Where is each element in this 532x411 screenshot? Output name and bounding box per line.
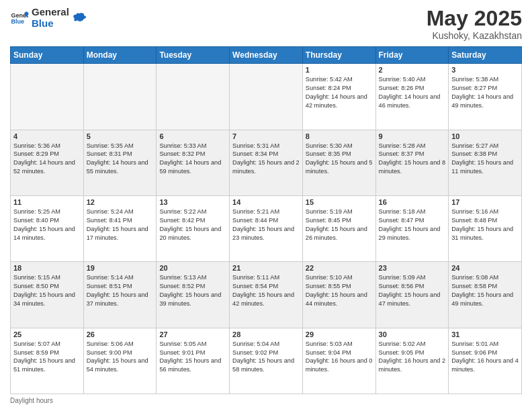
day-number: 15 [306,198,373,206]
calendar-cell: 18Sunrise: 5:15 AM Sunset: 8:50 PM Dayli… [11,262,84,328]
day-info: Sunrise: 5:35 AM Sunset: 8:31 PM Dayligh… [87,142,154,177]
day-number: 6 [159,132,226,140]
day-number: 3 [451,66,519,74]
calendar-cell: 24Sunrise: 5:08 AM Sunset: 8:58 PM Dayli… [449,262,522,328]
logo-icon: General Blue [10,9,29,28]
day-info: Sunrise: 5:21 AM Sunset: 8:44 PM Dayligh… [232,208,300,242]
day-number: 20 [159,264,226,272]
weekday-header-monday: Monday [83,47,157,64]
calendar-cell: 25Sunrise: 5:07 AM Sunset: 8:59 PM Dayli… [11,328,84,394]
day-number: 21 [232,264,300,272]
day-info: Sunrise: 5:27 AM Sunset: 8:38 PM Dayligh… [451,142,519,177]
day-info: Sunrise: 5:16 AM Sunset: 8:48 PM Dayligh… [451,208,519,242]
day-info: Sunrise: 5:24 AM Sunset: 8:41 PM Dayligh… [87,208,154,242]
day-number: 19 [87,264,154,272]
calendar-cell: 28Sunrise: 5:04 AM Sunset: 9:02 PM Dayli… [230,328,303,394]
weekday-header-sunday: Sunday [11,47,84,64]
day-info: Sunrise: 5:33 AM Sunset: 8:32 PM Dayligh… [159,142,226,177]
calendar-table: SundayMondayTuesdayWednesdayThursdayFrid… [10,46,522,394]
day-info: Sunrise: 5:06 AM Sunset: 9:00 PM Dayligh… [87,340,154,375]
logo-general: General [32,7,69,18]
day-number: 9 [379,132,446,140]
day-number: 25 [13,330,81,338]
calendar-cell: 3Sunrise: 5:38 AM Sunset: 8:27 PM Daylig… [449,64,522,130]
calendar-cell: 30Sunrise: 5:02 AM Sunset: 9:05 PM Dayli… [375,328,449,394]
day-number: 26 [87,330,154,338]
day-number: 30 [379,330,446,338]
calendar-cell: 1Sunrise: 5:42 AM Sunset: 8:24 PM Daylig… [302,64,375,130]
calendar-cell [157,64,230,130]
calendar-cell: 19Sunrise: 5:14 AM Sunset: 8:51 PM Dayli… [83,262,157,328]
day-info: Sunrise: 5:10 AM Sunset: 8:55 PM Dayligh… [306,273,373,308]
day-info: Sunrise: 5:31 AM Sunset: 8:34 PM Dayligh… [232,142,300,177]
weekday-header-friday: Friday [375,47,449,64]
week-row-5: 25Sunrise: 5:07 AM Sunset: 8:59 PM Dayli… [11,328,522,394]
week-row-3: 11Sunrise: 5:25 AM Sunset: 8:40 PM Dayli… [11,195,522,261]
day-number: 22 [306,264,373,272]
day-info: Sunrise: 5:40 AM Sunset: 8:26 PM Dayligh… [379,75,446,110]
day-number: 27 [159,330,226,338]
day-number: 8 [306,132,373,140]
day-info: Sunrise: 5:18 AM Sunset: 8:47 PM Dayligh… [379,208,446,242]
day-info: Sunrise: 5:28 AM Sunset: 8:37 PM Dayligh… [379,142,446,177]
calendar-cell: 26Sunrise: 5:06 AM Sunset: 9:00 PM Dayli… [83,328,157,394]
day-info: Sunrise: 5:08 AM Sunset: 8:58 PM Dayligh… [451,273,519,308]
week-row-2: 4Sunrise: 5:36 AM Sunset: 8:29 PM Daylig… [11,130,522,195]
calendar-cell: 16Sunrise: 5:18 AM Sunset: 8:47 PM Dayli… [375,195,449,261]
calendar-cell: 4Sunrise: 5:36 AM Sunset: 8:29 PM Daylig… [11,130,84,195]
week-row-1: 1Sunrise: 5:42 AM Sunset: 8:24 PM Daylig… [11,64,522,130]
calendar-page: General Blue General Blue May 2025 Kusho… [0,0,532,411]
day-number: 28 [232,330,300,338]
day-info: Sunrise: 5:13 AM Sunset: 8:52 PM Dayligh… [159,273,226,308]
calendar-cell: 17Sunrise: 5:16 AM Sunset: 8:48 PM Dayli… [449,195,522,261]
day-info: Sunrise: 5:38 AM Sunset: 8:27 PM Dayligh… [451,75,519,110]
weekday-header-thursday: Thursday [302,47,375,64]
day-info: Sunrise: 5:02 AM Sunset: 9:05 PM Dayligh… [379,340,446,375]
day-number: 18 [13,264,81,272]
day-number: 14 [232,198,300,206]
calendar-cell: 14Sunrise: 5:21 AM Sunset: 8:44 PM Dayli… [230,195,303,261]
calendar-cell: 7Sunrise: 5:31 AM Sunset: 8:34 PM Daylig… [230,130,303,195]
day-number: 23 [379,264,446,272]
calendar-cell: 8Sunrise: 5:30 AM Sunset: 8:35 PM Daylig… [302,130,375,195]
header: General Blue General Blue May 2025 Kusho… [10,7,522,41]
calendar-cell [230,64,303,130]
day-number: 4 [13,132,81,140]
day-number: 1 [306,66,373,74]
day-info: Sunrise: 5:04 AM Sunset: 9:02 PM Dayligh… [232,340,300,375]
day-number: 11 [13,198,81,206]
calendar-cell: 31Sunrise: 5:01 AM Sunset: 9:06 PM Dayli… [449,328,522,394]
day-info: Sunrise: 5:09 AM Sunset: 8:56 PM Dayligh… [379,273,446,308]
day-number: 17 [451,198,519,206]
day-number: 2 [379,66,446,74]
day-info: Sunrise: 5:15 AM Sunset: 8:50 PM Dayligh… [13,273,81,308]
calendar-cell: 6Sunrise: 5:33 AM Sunset: 8:32 PM Daylig… [157,130,230,195]
day-number: 13 [159,198,226,206]
calendar-cell: 13Sunrise: 5:22 AM Sunset: 8:42 PM Dayli… [157,195,230,261]
day-info: Sunrise: 5:30 AM Sunset: 8:35 PM Dayligh… [306,142,373,177]
day-number: 12 [87,198,154,206]
weekday-header-row: SundayMondayTuesdayWednesdayThursdayFrid… [11,47,522,64]
calendar-cell: 9Sunrise: 5:28 AM Sunset: 8:37 PM Daylig… [375,130,449,195]
calendar-cell [11,64,84,130]
day-info: Sunrise: 5:25 AM Sunset: 8:40 PM Dayligh… [13,208,81,242]
day-info: Sunrise: 5:22 AM Sunset: 8:42 PM Dayligh… [159,208,226,242]
day-info: Sunrise: 5:36 AM Sunset: 8:29 PM Dayligh… [13,142,81,177]
location: Kushoky, Kazakhstan [427,30,522,41]
day-number: 5 [87,132,154,140]
day-info: Sunrise: 5:07 AM Sunset: 8:59 PM Dayligh… [13,340,81,375]
title-block: May 2025 Kushoky, Kazakhstan [427,7,522,41]
calendar-cell: 20Sunrise: 5:13 AM Sunset: 8:52 PM Dayli… [157,262,230,328]
day-number: 7 [232,132,300,140]
calendar-cell: 27Sunrise: 5:05 AM Sunset: 9:01 PM Dayli… [157,328,230,394]
calendar-cell: 21Sunrise: 5:11 AM Sunset: 8:54 PM Dayli… [230,262,303,328]
logo-blue: Blue [32,18,69,30]
day-number: 29 [306,330,373,338]
day-number: 31 [451,330,519,338]
calendar-cell: 11Sunrise: 5:25 AM Sunset: 8:40 PM Dayli… [11,195,84,261]
footer-note: Daylight hours [10,397,522,404]
day-number: 24 [451,264,519,272]
calendar-cell: 10Sunrise: 5:27 AM Sunset: 8:38 PM Dayli… [449,130,522,195]
calendar-cell: 15Sunrise: 5:19 AM Sunset: 8:45 PM Dayli… [302,195,375,261]
svg-text:Blue: Blue [11,18,24,25]
